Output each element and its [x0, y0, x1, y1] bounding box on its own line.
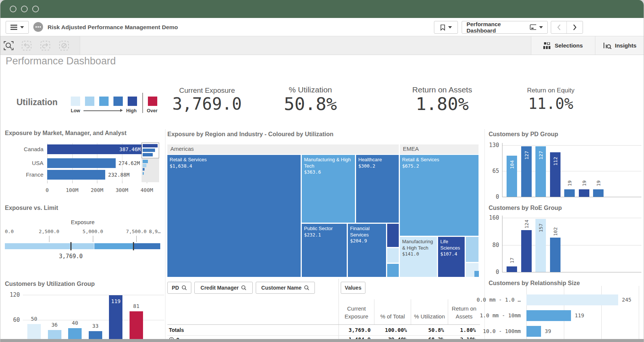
- treemap-cell-public-sector[interactable]: Public Sector$232.1: [302, 224, 347, 277]
- bar-customers_by_pd_group-6[interactable]: [593, 189, 604, 197]
- hamburger-icon: [10, 25, 17, 30]
- bar-value-label: 19: [581, 180, 587, 186]
- table-values-button[interactable]: Values: [341, 282, 365, 294]
- table-dimension-customer-name-button[interactable]: Customer Name: [256, 282, 315, 294]
- table-column-header-return-on-assets[interactable]: Return on Assets: [448, 299, 480, 324]
- bar-usa[interactable]: [47, 158, 116, 168]
- legend-arrow: [83, 110, 121, 111]
- bullet-segment[interactable]: [133, 243, 160, 249]
- gridline: [502, 143, 502, 197]
- bar-france[interactable]: [47, 170, 105, 180]
- table-dimension-pd-label: PD: [172, 285, 179, 291]
- bar-customers_by_roe_group-2[interactable]: [535, 219, 546, 272]
- bar-customers_by_pd_group-5[interactable]: [579, 189, 589, 197]
- treemap-cell-small[interactable]: [466, 237, 479, 262]
- bar-customers_by_pd_group-2[interactable]: [535, 146, 546, 197]
- table-column-header-pct-of-total[interactable]: % of Total: [374, 299, 411, 324]
- table-column-header-current-exposure[interactable]: Current Exposure: [339, 299, 374, 324]
- minimap-viewport[interactable]: [142, 143, 159, 158]
- gridline: [23, 295, 164, 295]
- treemap-cell-small[interactable]: [387, 224, 399, 247]
- minimap-bar: [143, 149, 155, 152]
- treemap-region-header-americas[interactable]: Americas: [167, 144, 399, 154]
- legend-scale-swatch: [113, 97, 123, 106]
- bookmarks-button[interactable]: [434, 21, 458, 34]
- axis-tick-label: 100M: [66, 187, 79, 193]
- bar-customers_by_pd_group-1[interactable]: [521, 146, 532, 197]
- bar-customers_by_roe_group-1[interactable]: [521, 230, 532, 272]
- bar-customers_by_utilization_group-1[interactable]: [48, 330, 61, 339]
- treemap-cell-small[interactable]: [466, 263, 479, 277]
- table-dimension-pd-button[interactable]: PD: [167, 282, 191, 294]
- bar-relationship-1[interactable]: [526, 310, 571, 321]
- window-close-button[interactable]: [10, 6, 16, 12]
- treemap-region-header-emea[interactable]: EMEA: [400, 144, 479, 154]
- gridline: [564, 286, 564, 339]
- bar-customers_by_roe_group-3[interactable]: [550, 238, 561, 272]
- bar-customers_by_pd_group-4[interactable]: [564, 189, 575, 197]
- bullet-segment[interactable]: [94, 243, 133, 249]
- selections-tool-button[interactable]: Selections: [531, 36, 595, 55]
- selections-label: Selections: [555, 42, 583, 49]
- smart-search-button[interactable]: [3, 40, 14, 51]
- bar-customers_by_pd_group-3[interactable]: [550, 152, 561, 197]
- treemap-cell-life-sciences[interactable]: Life Sciences$107.4: [438, 237, 465, 277]
- treemap-cell-small[interactable]: [387, 264, 399, 277]
- undo-icon: [21, 40, 32, 51]
- bar-value-label: 39: [545, 328, 551, 334]
- search-icon: [182, 285, 187, 290]
- bar-customers_by_utilization_group-5[interactable]: [130, 311, 143, 339]
- bar-relationship-2[interactable]: [526, 326, 541, 337]
- bar-canada[interactable]: [47, 144, 144, 154]
- bullet-value-label: 3,769.0: [59, 253, 83, 260]
- next-sheet-button[interactable]: [567, 21, 583, 33]
- table-dimension-credit-manager-button[interactable]: Credit Manager: [194, 282, 253, 294]
- bar-value-label: 124: [523, 220, 529, 228]
- bar-relationship-0[interactable]: [526, 294, 618, 305]
- bar-customers_by_roe_group-0[interactable]: [507, 266, 517, 272]
- kpi-return-on-equity-value: 11.0%: [528, 95, 573, 112]
- clear-selections-button[interactable]: [59, 40, 69, 51]
- treemap-cell-manufacturing-high-tech[interactable]: Manufacturing & High Tech$141.0: [400, 237, 437, 277]
- app-thumbnail-icon: [33, 22, 43, 32]
- bar-value-label: 232.88M: [108, 172, 130, 178]
- bullet-segment[interactable]: [5, 243, 94, 249]
- app-window: Risk Adjusted Performance Management Dem…: [0, 0, 644, 342]
- bar-customers_by_pd_group-0[interactable]: [507, 156, 517, 197]
- insights-button[interactable]: Insights: [595, 36, 644, 55]
- sheet-icon: [530, 24, 536, 30]
- treemap-cell-label: Retail & Services: [170, 157, 298, 163]
- axis-tick-label: 80: [492, 242, 499, 248]
- sheet-selector-button[interactable]: Performance Dashboard: [462, 21, 548, 34]
- bar-customers_by_utilization_group-0[interactable]: [27, 324, 41, 339]
- window-minimize-button[interactable]: [21, 6, 28, 12]
- minimap-bar: [143, 164, 146, 167]
- treemap-cell-retail-services[interactable]: Retail & Services$675.2: [400, 155, 479, 236]
- global-menu-button[interactable]: [6, 21, 29, 34]
- scroll-minimap[interactable]: [142, 143, 159, 182]
- table-column-header-pct-utilization[interactable]: % Utilization: [411, 299, 448, 324]
- bar-customers_by_utilization_group-3[interactable]: [89, 331, 102, 339]
- legend-arrow-head: [120, 109, 123, 112]
- bar-value-label: 119: [575, 312, 584, 318]
- treemap-cell-retail-services[interactable]: Retail & Services$1,638.4: [167, 155, 301, 277]
- treemap-cell-financial-services[interactable]: Financial Services$204.9: [348, 224, 386, 277]
- app-title[interactable]: Risk Adjusted Performance Management Dem…: [48, 24, 178, 31]
- treemap-cell-small[interactable]: [474, 271, 479, 277]
- previous-sheet-button[interactable]: [551, 21, 567, 33]
- treemap-cell-healthcare[interactable]: Healthcare$300.2: [356, 155, 399, 223]
- step-back-button[interactable]: [21, 40, 32, 51]
- bullet-measure-label: Exposure: [71, 219, 94, 225]
- redo-icon: [40, 40, 51, 51]
- step-forward-button[interactable]: [40, 40, 51, 51]
- treemap-cell-manufacturing-high-tech[interactable]: Manufacturing & High Tech$363.6: [302, 155, 355, 223]
- gridline: [97, 181, 97, 183]
- table-row-rule: [167, 335, 480, 336]
- bar-value-label: 104: [509, 160, 515, 169]
- window-zoom-button[interactable]: [32, 6, 39, 12]
- chart-title-customers-by-pd-group: Customers by PD Group: [489, 131, 558, 138]
- bar-customers_by_utilization_group-2[interactable]: [68, 328, 82, 339]
- bar-customers_by_utilization_group-4[interactable]: [109, 295, 122, 339]
- treemap-cell-small[interactable]: [387, 248, 399, 263]
- bar-value-label: 102: [552, 227, 558, 236]
